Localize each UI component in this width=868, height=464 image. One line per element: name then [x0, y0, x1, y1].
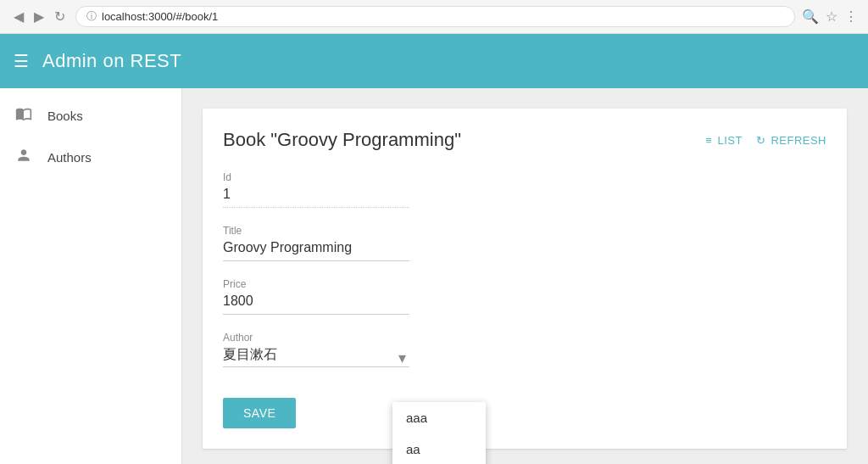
refresh-label: REFRESH: [771, 134, 826, 147]
content-area: Book "Groovy Programming" ≡ LIST ↻ REFRE…: [182, 88, 868, 464]
price-label: Price: [223, 278, 826, 290]
browser-actions: 🔍 ☆ ⋮: [802, 8, 858, 25]
dropdown-item-aaa[interactable]: aaa: [392, 402, 486, 433]
title-label: Title: [223, 225, 826, 237]
card-header: Book "Groovy Programming" ≡ LIST ↻ REFRE…: [223, 129, 826, 151]
refresh-icon: ↻: [756, 134, 766, 147]
card-footer: SAVE: [223, 384, 826, 428]
author-label: Author: [223, 332, 826, 344]
sidebar-item-authors[interactable]: Authors: [0, 137, 181, 178]
id-label: Id: [223, 171, 826, 183]
forward-button[interactable]: ▶: [31, 7, 47, 26]
refresh-button[interactable]: ↻ REFRESH: [756, 134, 826, 147]
author-dropdown: aaa aa 森鷗外 夏目漱石: [392, 402, 486, 464]
star-icon[interactable]: ☆: [826, 8, 837, 25]
author-field: Author aaa aa 森鷗外 夏目漱石 ▾: [223, 332, 826, 367]
app-title: Admin on REST: [42, 50, 181, 72]
main-area: Books Authors Book "Groovy Programming" …: [0, 88, 868, 464]
top-bar: ☰ Admin on REST: [0, 34, 868, 88]
back-button[interactable]: ◀: [10, 7, 27, 26]
list-label: LIST: [717, 134, 742, 147]
dropdown-item-aa[interactable]: aa: [392, 433, 486, 464]
sidebar-authors-label: Authors: [47, 150, 92, 165]
title-input[interactable]: [223, 240, 409, 261]
reload-button[interactable]: ↻: [51, 7, 69, 26]
browser-chrome: ◀ ▶ ↻ ⓘ localhost:3000/#/book/1 🔍 ☆ ⋮: [0, 0, 868, 34]
card-actions: ≡ LIST ↻ REFRESH: [705, 134, 826, 147]
list-icon: ≡: [705, 134, 712, 147]
book-card: Book "Groovy Programming" ≡ LIST ↻ REFRE…: [203, 109, 847, 449]
list-button[interactable]: ≡ LIST: [705, 134, 743, 147]
author-select-wrapper: aaa aa 森鷗外 夏目漱石 ▾: [223, 347, 409, 367]
sidebar-books-label: Books: [47, 109, 83, 123]
browser-menu-icon[interactable]: ⋮: [844, 8, 858, 25]
price-field: Price: [223, 278, 826, 315]
card-title: Book "Groovy Programming": [223, 129, 461, 151]
title-field: Title: [223, 225, 826, 261]
id-value: 1: [223, 187, 409, 208]
app-wrapper: ☰ Admin on REST Books Authors Book: [0, 34, 868, 464]
address-bar[interactable]: ⓘ localhost:3000/#/book/1: [75, 6, 795, 27]
url-text: localhost:3000/#/book/1: [102, 10, 218, 23]
browser-nav-buttons: ◀ ▶ ↻: [10, 7, 69, 26]
books-icon: [14, 105, 34, 126]
author-select[interactable]: aaa aa 森鷗外 夏目漱石: [223, 347, 409, 367]
lock-icon: ⓘ: [86, 9, 97, 24]
authors-icon: [14, 147, 34, 168]
id-field: Id 1: [223, 171, 826, 208]
sidebar: Books Authors: [0, 88, 182, 464]
search-icon[interactable]: 🔍: [802, 8, 819, 25]
menu-icon[interactable]: ☰: [14, 51, 29, 71]
save-button[interactable]: SAVE: [223, 398, 296, 428]
price-input[interactable]: [223, 293, 409, 315]
sidebar-item-books[interactable]: Books: [0, 95, 181, 137]
